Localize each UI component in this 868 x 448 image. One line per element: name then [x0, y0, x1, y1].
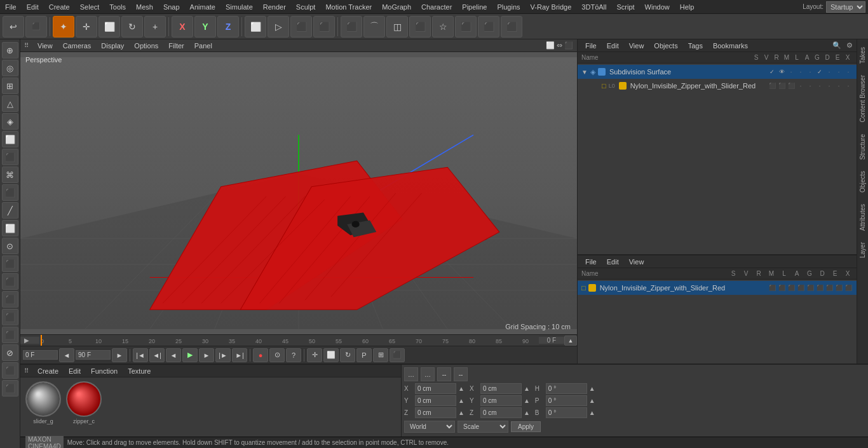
vp-menu-cameras[interactable]: Cameras: [59, 41, 95, 51]
vp-menu-display[interactable]: Display: [97, 41, 128, 51]
coord-box-3[interactable]: --: [437, 367, 451, 381]
sidebar-icon-19[interactable]: ⬛: [2, 362, 18, 379]
attr-action-6[interactable]: ⬛: [815, 285, 824, 291]
menu-edit[interactable]: Edit: [22, 2, 44, 12]
vp-icon-lock[interactable]: ⬛: [564, 41, 573, 50]
x-axis-button[interactable]: X: [172, 16, 193, 37]
menu-mesh[interactable]: Mesh: [131, 2, 158, 12]
obj-menu-tags[interactable]: Tags: [684, 41, 707, 51]
tab-takes[interactable]: Takes: [858, 42, 867, 69]
mat-menu-create[interactable]: Create: [34, 366, 62, 376]
tab-structure[interactable]: Structure: [858, 129, 867, 165]
vp-menu-panel[interactable]: Panel: [191, 41, 216, 51]
obj-nylon-icon-1[interactable]: ⬛: [768, 83, 776, 89]
playback-start-arrow-btn[interactable]: ◄: [59, 348, 74, 362]
y-axis-button[interactable]: Y: [194, 16, 216, 37]
attr-menu-edit[interactable]: Edit: [603, 257, 623, 267]
obj-menu-file[interactable]: File: [581, 41, 600, 51]
playback-rot-btn[interactable]: ↻: [340, 348, 355, 362]
sidebar-icon-7[interactable]: ⬛: [2, 149, 18, 165]
playback-start-frame-input[interactable]: [23, 350, 58, 360]
menu-render[interactable]: Render: [258, 2, 291, 12]
menu-plugins[interactable]: Plugins: [492, 2, 525, 12]
coord-z-arrow[interactable]: ▲: [458, 409, 465, 416]
render-to-pic-button[interactable]: ⬛: [313, 16, 335, 37]
menu-tools[interactable]: Tools: [104, 2, 131, 12]
coord-apply-button[interactable]: Apply: [511, 421, 541, 432]
sky-button[interactable]: ⬛: [478, 16, 499, 37]
vp-menu-view[interactable]: View: [34, 41, 57, 51]
playback-go-start-btn[interactable]: |◄: [133, 348, 148, 362]
attr-action-4[interactable]: ⬛: [796, 285, 805, 291]
sidebar-icon-12[interactable]: ⊙: [2, 238, 18, 254]
timeline-end-arrow[interactable]: ▲: [564, 336, 577, 346]
layout-dropdown[interactable]: Startup: [826, 1, 865, 13]
obj-tree-row-subdivision[interactable]: ▼ ◈ Subdivision Surface ✓ 👁 · · ·: [578, 65, 857, 79]
coord-p-rot-input[interactable]: [546, 395, 587, 406]
vp-menu-options[interactable]: Options: [130, 41, 162, 51]
coord-box-1[interactable]: …: [404, 367, 418, 381]
coord-y-size-arrow[interactable]: ▲: [524, 397, 530, 404]
menu-vray[interactable]: V-Ray Bridge: [526, 2, 577, 12]
attr-action-1[interactable]: ⬛: [768, 285, 776, 291]
playback-select-btn[interactable]: ⬜: [323, 348, 339, 362]
sidebar-icon-3[interactable]: ⊞: [2, 78, 18, 94]
vp-icon-expand[interactable]: ⬜: [546, 41, 555, 50]
menu-motion-tracker[interactable]: Motion Tracker: [320, 2, 377, 12]
playback-grid-btn[interactable]: ⊞: [373, 348, 388, 362]
obj-mode-button[interactable]: ⬜: [245, 16, 266, 37]
tab-objects[interactable]: Objects: [858, 166, 867, 198]
menu-snap[interactable]: Snap: [158, 2, 185, 12]
sidebar-icon-15[interactable]: ⬛: [2, 291, 18, 308]
attr-menu-file[interactable]: File: [581, 257, 600, 267]
transform-button[interactable]: +: [144, 16, 166, 37]
playback-end-arrow-btn[interactable]: ►: [112, 348, 127, 362]
nurbs-button[interactable]: ◫: [386, 16, 408, 37]
obj-settings-icon[interactable]: ⚙: [846, 41, 853, 50]
sidebar-icon-5[interactable]: ◈: [2, 113, 18, 130]
viewport-canvas[interactable]: X Y Z Perspective Grid Spacing : 10 cm: [20, 52, 577, 334]
obj-icon-check[interactable]: ✓: [768, 69, 776, 75]
menu-script[interactable]: Script: [611, 2, 639, 12]
attr-menu-view[interactable]: View: [625, 257, 648, 267]
render-region-button[interactable]: ⬛: [290, 16, 312, 37]
mat-item-slider[interactable]: slider_g: [24, 381, 62, 424]
redo-button[interactable]: ⬛: [25, 16, 47, 37]
attr-action-7[interactable]: ⬛: [825, 285, 834, 291]
coord-z-size-input[interactable]: [480, 407, 522, 418]
coord-y-size-input[interactable]: [480, 395, 522, 406]
vp-icon-arrow[interactable]: ⇔: [557, 41, 562, 50]
camera-button[interactable]: ⬛: [455, 16, 477, 37]
attr-action-2[interactable]: ⬛: [777, 285, 786, 291]
select-tool-button[interactable]: ✦: [53, 16, 74, 37]
obj-nylon-icon-2[interactable]: ⬛: [777, 83, 786, 89]
mat-menu-function[interactable]: Function: [87, 366, 121, 376]
coord-y-arrow[interactable]: ▲: [458, 397, 465, 404]
sidebar-icon-17[interactable]: ⬛: [2, 327, 18, 343]
obj-icon-eye[interactable]: 👁: [777, 69, 786, 75]
coord-z-size-arrow[interactable]: ▲: [524, 409, 530, 416]
undo-button[interactable]: ↩: [3, 16, 24, 37]
playback-prev-frame-btn[interactable]: ◄|: [149, 348, 165, 362]
sidebar-icon-6[interactable]: ⬜: [2, 131, 18, 147]
menu-sculpt[interactable]: Sculpt: [291, 2, 321, 12]
obj-search-icon[interactable]: 🔍: [832, 41, 841, 50]
coord-h-arrow[interactable]: ▲: [589, 385, 595, 392]
attr-action-5[interactable]: ⬛: [806, 285, 815, 291]
coord-y-pos-input[interactable]: [415, 395, 456, 406]
tab-attributes[interactable]: Attributes: [858, 199, 867, 236]
coord-b-rot-input[interactable]: [546, 407, 587, 418]
sidebar-icon-16[interactable]: ⬛: [2, 309, 18, 325]
playback-prev-btn[interactable]: ◄: [166, 348, 181, 362]
playback-next-btn[interactable]: ►: [199, 348, 214, 362]
sidebar-icon-2[interactable]: ◎: [2, 60, 18, 76]
coord-x-size-arrow[interactable]: ▲: [524, 385, 530, 392]
coord-z-pos-input[interactable]: [415, 407, 456, 418]
playback-help-btn[interactable]: ?: [286, 348, 301, 362]
coord-x-pos-input[interactable]: [415, 383, 456, 394]
sidebar-icon-11[interactable]: ⬜: [2, 220, 18, 236]
timeline-ruler[interactable]: 0 5 10 15 20 25 30 35 40 45 50: [39, 335, 539, 346]
obj-menu-bookmarks[interactable]: Bookmarks: [709, 41, 752, 51]
playback-go-end-btn[interactable]: ►|: [232, 348, 247, 362]
playback-move-btn[interactable]: ✛: [307, 348, 322, 362]
